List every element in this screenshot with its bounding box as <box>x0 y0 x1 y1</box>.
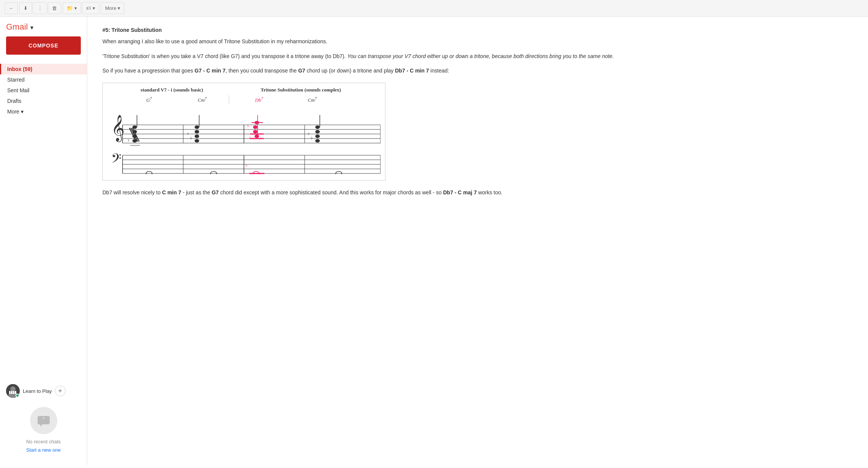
para2-start: 'Tritone Substitution' is when you take … <box>102 53 347 59</box>
chat-user-row: Learn to Play + <box>6 384 81 398</box>
svg-text:♭: ♭ <box>245 163 247 167</box>
move-button[interactable]: 📁 ▾ <box>63 2 81 14</box>
email-para1: When arranging I also like to use a good… <box>102 37 853 46</box>
chord-labels-row: G7 Cm7 Db7 Cm7 <box>123 95 381 104</box>
sent-label: Sent Mail <box>7 87 29 93</box>
svg-rect-5 <box>13 391 14 394</box>
para3-start: So if you have a progression that goes <box>102 68 195 74</box>
svg-point-33 <box>195 135 199 138</box>
more-button[interactable]: More ▾ <box>101 2 124 14</box>
compose-button[interactable]: COMPOSE <box>6 36 81 55</box>
chord-g7: G7 <box>123 95 176 104</box>
avatar-wrap <box>6 384 20 398</box>
standard-header: standard V7 - i (sounds basic) <box>107 86 236 94</box>
svg-text:♮: ♮ <box>249 136 251 140</box>
para2-italic: You can transpose your V7 chord either u… <box>347 53 614 59</box>
svg-point-56 <box>315 130 320 134</box>
para3-bold1: G7 - C min 7 <box>195 68 226 74</box>
folder-icon: 📁 <box>67 5 73 11</box>
treble-staff-tritone: ♭ ♮ <box>244 115 381 143</box>
label-button[interactable]: 🏷 ▾ <box>82 2 99 14</box>
svg-text:♮: ♮ <box>128 138 129 143</box>
para4-end: works too. <box>477 189 503 195</box>
folder-dropdown-icon: ▾ <box>74 5 77 11</box>
chat-user-name: Learn to Play <box>23 388 52 394</box>
label-dropdown-icon: ▾ <box>93 5 95 11</box>
archive-icon: ⬇ <box>24 5 28 11</box>
nav-section: Inbox (59) Starred Sent Mail Drafts More… <box>0 64 87 117</box>
svg-point-1 <box>10 386 16 392</box>
sidebar: Gmail ▾ COMPOSE Inbox (59) Starred Sent … <box>0 17 87 465</box>
music-diagram-container: standard V7 - i (sounds basic) Tritone S… <box>102 83 853 181</box>
svg-text:♭: ♭ <box>311 136 313 140</box>
svg-point-58 <box>315 139 320 143</box>
chat-section: Learn to Play + " No recent chats Start … <box>0 378 87 462</box>
inbox-label: Inbox (59) <box>7 66 32 72</box>
email-para4: Db7 will resolve nicely to C min 7 - jus… <box>102 188 853 197</box>
svg-point-74 <box>211 172 217 175</box>
svg-text:♭: ♭ <box>190 136 192 140</box>
drafts-label: Drafts <box>7 98 21 104</box>
svg-point-48 <box>255 135 259 138</box>
music-diagram: standard V7 - i (sounds basic) Tritone S… <box>102 83 385 181</box>
treble-staff-standard: 𝄞 ♮ <box>111 115 244 145</box>
sidebar-item-starred[interactable]: Starred <box>0 74 87 85</box>
trash-icon: 🗑 <box>52 5 57 11</box>
start-chat-link[interactable]: Start a new one <box>26 447 61 453</box>
plus-icon: + <box>58 387 62 395</box>
sidebar-item-sent[interactable]: Sent Mail <box>0 85 87 96</box>
svg-point-71 <box>146 172 152 175</box>
svg-text:♭: ♭ <box>187 131 189 136</box>
svg-text:𝄢: 𝄢 <box>111 151 121 169</box>
svg-marker-8 <box>40 424 42 427</box>
spam-button[interactable]: ❕ <box>33 2 47 14</box>
svg-point-34 <box>195 139 199 143</box>
svg-point-32 <box>195 130 199 134</box>
svg-point-78 <box>336 172 342 175</box>
chord-cm7-tritone: Cm7 <box>286 95 339 104</box>
no-chats-section: " No recent chats Start a new one <box>6 404 81 456</box>
archive-button[interactable]: ⬇ <box>19 2 32 14</box>
add-chat-button[interactable]: + <box>55 386 66 396</box>
spam-icon: ❕ <box>37 5 43 11</box>
para4-bold1: C min 7 <box>162 189 181 195</box>
email-body: #5: Tritone Substitution When arranging … <box>102 26 853 197</box>
back-button[interactable]: ← <box>5 2 18 14</box>
svg-point-47 <box>253 130 258 134</box>
para3-bold3: Db7 - C min 7 <box>395 68 429 74</box>
svg-point-55 <box>315 126 320 129</box>
para3-mid: , then you could transpose the <box>226 68 298 74</box>
gmail-logo[interactable]: Gmail ▾ <box>0 20 87 36</box>
para4-bold2: G7 <box>212 189 219 195</box>
email-para2: 'Tritone Substitution' is when you take … <box>102 52 853 60</box>
divider <box>229 95 233 104</box>
sidebar-item-inbox[interactable]: Inbox (59) <box>0 64 87 74</box>
chat-icon-wrap: " <box>30 407 57 434</box>
email-para3: So if you have a progression that goes G… <box>102 66 853 75</box>
svg-rect-3 <box>9 391 11 394</box>
no-chats-text: No recent chats <box>6 439 81 444</box>
chord-cm7-standard: Cm7 <box>176 95 229 104</box>
starred-label: Starred <box>7 77 25 83</box>
bass-staff: 𝄢 <box>111 151 381 174</box>
para3-end: instead: <box>429 68 449 74</box>
toolbar: ← ⬇ ❕ 🗑 📁 ▾ 🏷 ▾ More ▾ <box>0 0 868 17</box>
label-icon: 🏷 <box>86 5 91 11</box>
svg-rect-4 <box>11 391 13 394</box>
tritone-header: Tritone Substitution (sounds complex) <box>236 86 365 94</box>
toolbar-nav-group: ← <box>5 2 18 14</box>
sidebar-item-drafts[interactable]: Drafts <box>0 96 87 106</box>
main-layout: Gmail ▾ COMPOSE Inbox (59) Starred Sent … <box>0 17 868 465</box>
more-nav-label: More ▾ <box>7 109 24 115</box>
para4-mid2: chord did except with a more sophisticat… <box>219 189 443 195</box>
svg-point-57 <box>315 135 320 138</box>
delete-button[interactable]: 🗑 <box>48 2 61 14</box>
para3-mid2: chord up (or down) a tritone and play <box>305 68 395 74</box>
sidebar-item-more[interactable]: More ▾ <box>0 106 87 117</box>
online-indicator <box>16 394 19 397</box>
para4-start: Db7 will resolve nicely to <box>102 189 162 195</box>
email-heading: #5: Tritone Substitution <box>102 26 853 34</box>
para4-bold3: Db7 - C maj 7 <box>443 189 477 195</box>
svg-text:": " <box>42 416 44 422</box>
svg-text:♭: ♭ <box>247 123 249 128</box>
